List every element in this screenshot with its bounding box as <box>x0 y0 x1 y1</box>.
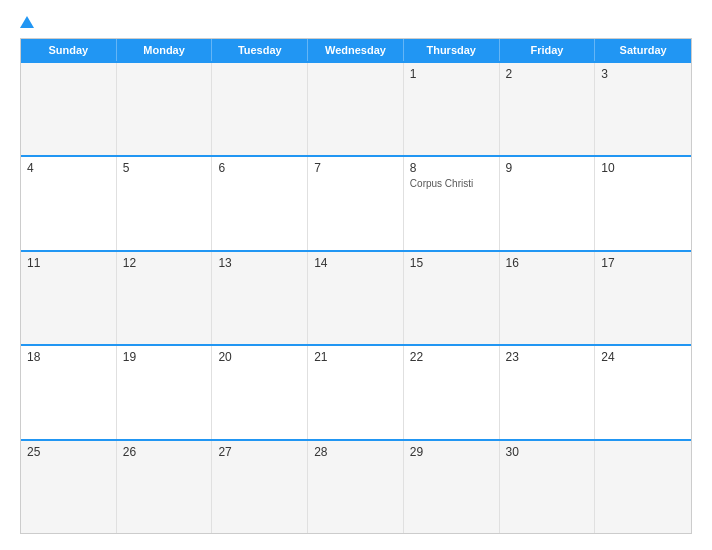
cell-day-number: 9 <box>506 161 589 175</box>
logo-blue-text <box>20 16 36 28</box>
calendar-cell <box>212 63 308 155</box>
calendar-cell: 18 <box>21 346 117 438</box>
calendar-header-cell: Friday <box>500 39 596 61</box>
header <box>20 16 692 28</box>
calendar-cell: 15 <box>404 252 500 344</box>
calendar-cell: 20 <box>212 346 308 438</box>
cell-day-number: 8 <box>410 161 493 175</box>
calendar-cell: 12 <box>117 252 213 344</box>
calendar-cell <box>308 63 404 155</box>
cell-day-number: 3 <box>601 67 685 81</box>
calendar-cell: 2 <box>500 63 596 155</box>
cell-day-number: 20 <box>218 350 301 364</box>
calendar-cell: 26 <box>117 441 213 533</box>
cell-day-number: 17 <box>601 256 685 270</box>
calendar-cell: 29 <box>404 441 500 533</box>
cell-day-number: 11 <box>27 256 110 270</box>
calendar-cell: 3 <box>595 63 691 155</box>
cell-day-number: 26 <box>123 445 206 459</box>
cell-day-number: 14 <box>314 256 397 270</box>
calendar-header-cell: Saturday <box>595 39 691 61</box>
calendar-body: 12345678Corpus Christi910111213141516171… <box>21 61 691 533</box>
cell-day-number: 29 <box>410 445 493 459</box>
calendar-header-cell: Wednesday <box>308 39 404 61</box>
calendar-cell: 13 <box>212 252 308 344</box>
cell-day-number: 21 <box>314 350 397 364</box>
calendar-cell: 16 <box>500 252 596 344</box>
cell-day-number: 2 <box>506 67 589 81</box>
calendar-week: 11121314151617 <box>21 250 691 344</box>
calendar-cell: 24 <box>595 346 691 438</box>
calendar: SundayMondayTuesdayWednesdayThursdayFrid… <box>20 38 692 534</box>
calendar-cell: 25 <box>21 441 117 533</box>
cell-day-number: 30 <box>506 445 589 459</box>
cell-day-number: 28 <box>314 445 397 459</box>
calendar-week: 123 <box>21 61 691 155</box>
calendar-cell <box>21 63 117 155</box>
cell-day-number: 24 <box>601 350 685 364</box>
calendar-header-cell: Sunday <box>21 39 117 61</box>
cell-day-number: 15 <box>410 256 493 270</box>
logo-triangle-icon <box>20 16 34 28</box>
calendar-page: SundayMondayTuesdayWednesdayThursdayFrid… <box>0 0 712 550</box>
calendar-week: 18192021222324 <box>21 344 691 438</box>
cell-day-number: 12 <box>123 256 206 270</box>
cell-day-number: 7 <box>314 161 397 175</box>
cell-day-number: 19 <box>123 350 206 364</box>
cell-day-number: 18 <box>27 350 110 364</box>
cell-day-number: 4 <box>27 161 110 175</box>
calendar-cell: 19 <box>117 346 213 438</box>
cell-day-number: 1 <box>410 67 493 81</box>
calendar-cell: 17 <box>595 252 691 344</box>
calendar-header-cell: Monday <box>117 39 213 61</box>
cell-day-number: 10 <box>601 161 685 175</box>
calendar-cell <box>117 63 213 155</box>
calendar-header-cell: Thursday <box>404 39 500 61</box>
cell-day-number: 6 <box>218 161 301 175</box>
logo <box>20 16 36 28</box>
calendar-cell: 22 <box>404 346 500 438</box>
cell-day-number: 22 <box>410 350 493 364</box>
calendar-cell: 11 <box>21 252 117 344</box>
calendar-cell: 9 <box>500 157 596 249</box>
cell-day-number: 13 <box>218 256 301 270</box>
calendar-week: 45678Corpus Christi910 <box>21 155 691 249</box>
calendar-cell: 4 <box>21 157 117 249</box>
calendar-header-cell: Tuesday <box>212 39 308 61</box>
calendar-cell <box>595 441 691 533</box>
calendar-header: SundayMondayTuesdayWednesdayThursdayFrid… <box>21 39 691 61</box>
calendar-cell: 5 <box>117 157 213 249</box>
calendar-cell: 14 <box>308 252 404 344</box>
cell-day-number: 27 <box>218 445 301 459</box>
calendar-cell: 23 <box>500 346 596 438</box>
calendar-cell: 7 <box>308 157 404 249</box>
cell-event-label: Corpus Christi <box>410 177 493 190</box>
calendar-cell: 30 <box>500 441 596 533</box>
calendar-cell: 27 <box>212 441 308 533</box>
calendar-cell: 21 <box>308 346 404 438</box>
cell-day-number: 5 <box>123 161 206 175</box>
cell-day-number: 16 <box>506 256 589 270</box>
calendar-cell: 6 <box>212 157 308 249</box>
calendar-week: 252627282930 <box>21 439 691 533</box>
calendar-cell: 8Corpus Christi <box>404 157 500 249</box>
calendar-cell: 1 <box>404 63 500 155</box>
cell-day-number: 25 <box>27 445 110 459</box>
calendar-cell: 10 <box>595 157 691 249</box>
cell-day-number: 23 <box>506 350 589 364</box>
calendar-cell: 28 <box>308 441 404 533</box>
